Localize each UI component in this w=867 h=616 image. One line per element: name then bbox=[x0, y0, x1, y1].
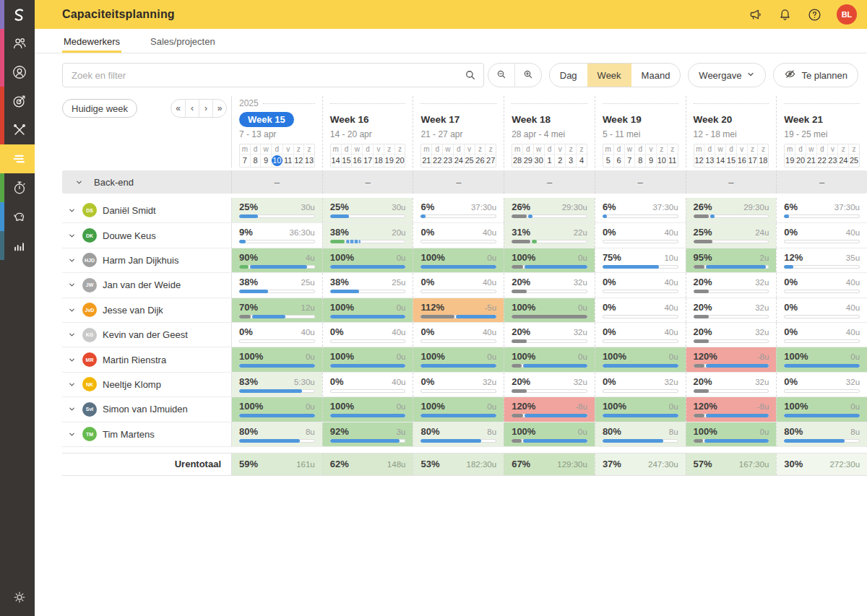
day-box[interactable]: z25 bbox=[848, 144, 859, 167]
capacity-cell[interactable]: 112%-5u bbox=[413, 298, 504, 322]
capacity-cell[interactable]: 92%3u bbox=[322, 422, 413, 446]
day-box[interactable]: z27 bbox=[485, 144, 496, 167]
day-box[interactable]: z4 bbox=[576, 144, 587, 167]
day-box[interactable]: w23 bbox=[442, 144, 453, 167]
sidebar-item-stopwatch[interactable] bbox=[0, 173, 35, 202]
day-box[interactable]: w14 bbox=[715, 144, 725, 167]
zoom-out-button[interactable] bbox=[488, 64, 514, 87]
search-input[interactable] bbox=[62, 63, 484, 87]
capacity-cell[interactable]: 100%0u bbox=[595, 397, 686, 421]
employee-row-header[interactable]: MRMartin Rienstra bbox=[62, 347, 231, 371]
capacity-cell[interactable]: 20%32u bbox=[686, 273, 777, 297]
capacity-cell[interactable]: 0%32u bbox=[413, 373, 504, 396]
week-label-text[interactable]: Week 17 bbox=[420, 114, 460, 125]
capacity-cell[interactable]: 25%24u bbox=[686, 223, 777, 247]
day-box[interactable]: v11 bbox=[282, 144, 293, 167]
capacity-cell[interactable]: 0%32u bbox=[776, 373, 867, 396]
sidebar-item-settings[interactable] bbox=[0, 583, 35, 612]
chevron-down-icon[interactable] bbox=[64, 256, 79, 264]
nav-next-icon[interactable]: › bbox=[199, 100, 212, 117]
week-label[interactable]: Week 19 bbox=[603, 110, 678, 128]
day-box[interactable]: z20 bbox=[394, 144, 405, 167]
capacity-cell[interactable]: 6%37:30u bbox=[776, 198, 867, 222]
chevron-down-icon[interactable] bbox=[64, 331, 79, 339]
sidebar-item-people[interactable] bbox=[0, 29, 35, 58]
capacity-cell[interactable]: 120%-8u bbox=[686, 347, 777, 371]
capacity-cell[interactable]: 12%35u bbox=[776, 248, 867, 272]
capacity-cell[interactable]: 0%40u bbox=[322, 373, 413, 396]
capacity-cell[interactable]: 6%37:30u bbox=[413, 198, 504, 222]
day-box[interactable]: m5 bbox=[603, 144, 613, 167]
day-box[interactable]: v18 bbox=[373, 144, 384, 167]
capacity-cell[interactable]: 100%0u bbox=[232, 347, 322, 371]
capacity-cell[interactable]: 31%22u bbox=[504, 223, 595, 247]
capacity-cell[interactable]: 25%30u bbox=[322, 198, 413, 222]
capacity-cell[interactable]: 120%-8u bbox=[686, 397, 777, 421]
chevron-down-icon[interactable] bbox=[64, 232, 79, 240]
help-icon[interactable] bbox=[807, 7, 822, 22]
capacity-cell[interactable]: 100%0u bbox=[686, 422, 777, 446]
chevron-down-icon[interactable] bbox=[64, 381, 79, 389]
capacity-cell[interactable]: 0%40u bbox=[776, 273, 867, 297]
capacity-cell[interactable]: 100%0u bbox=[322, 397, 413, 421]
capacity-cell[interactable]: 90%4u bbox=[232, 248, 322, 272]
day-box[interactable]: v25 bbox=[464, 144, 475, 167]
capacity-cell[interactable]: 20%32u bbox=[504, 273, 595, 297]
capacity-cell[interactable]: 80%8u bbox=[413, 422, 504, 446]
day-box[interactable]: m19 bbox=[785, 144, 795, 167]
capacity-cell[interactable]: 100%0u bbox=[322, 347, 413, 371]
day-box[interactable]: d20 bbox=[795, 144, 806, 167]
day-box[interactable]: d8 bbox=[250, 144, 261, 167]
employee-row-header[interactable]: TMTim Martens bbox=[62, 422, 231, 446]
week-label-text[interactable]: Week 20 bbox=[694, 114, 733, 125]
capacity-cell[interactable]: 38%25u bbox=[232, 273, 322, 297]
chevron-down-icon[interactable] bbox=[64, 306, 79, 314]
view-maand-button[interactable]: Maand bbox=[631, 64, 681, 87]
employee-row-header[interactable]: HJDHarm Jan Dijkhuis bbox=[62, 248, 231, 272]
tab-sales-projecten[interactable]: Sales/projecten bbox=[149, 29, 217, 53]
employee-row-header[interactable]: DSDaniël Smidt bbox=[62, 198, 231, 222]
day-box[interactable]: z17 bbox=[747, 144, 758, 167]
group-toggle[interactable]: Back-end bbox=[62, 170, 231, 194]
view-dag-button[interactable]: Dag bbox=[550, 64, 587, 87]
tab-medewerkers[interactable]: Medewerkers bbox=[62, 29, 121, 53]
day-box[interactable]: v9 bbox=[645, 144, 656, 167]
day-box[interactable]: m7 bbox=[240, 144, 250, 167]
employee-row-header[interactable]: DKDouwe Keus bbox=[62, 223, 231, 247]
sidebar-item-contact[interactable] bbox=[0, 58, 35, 87]
capacity-cell[interactable]: 100%0u bbox=[413, 347, 504, 371]
capacity-cell[interactable]: 6%37:30u bbox=[595, 198, 686, 222]
week-label-text[interactable]: Week 16 bbox=[330, 114, 369, 125]
day-box[interactable]: d1 bbox=[544, 144, 555, 167]
capacity-cell[interactable]: 0%40u bbox=[595, 323, 686, 347]
capacity-cell[interactable]: 80%8u bbox=[232, 422, 322, 446]
capacity-cell[interactable]: 9%36:30u bbox=[232, 223, 322, 247]
capacity-cell[interactable]: 38%20u bbox=[322, 223, 413, 247]
day-box[interactable]: w21 bbox=[806, 144, 816, 167]
capacity-cell[interactable]: 0%40u bbox=[413, 323, 504, 347]
week-label-text[interactable]: Week 19 bbox=[603, 114, 642, 125]
week-label[interactable]: Week 17 bbox=[420, 110, 496, 128]
week-label[interactable]: Week 20 bbox=[694, 110, 769, 128]
selected-week-pill[interactable]: Week 15 bbox=[239, 112, 294, 127]
day-box[interactable]: d8 bbox=[634, 144, 645, 167]
day-box[interactable]: d15 bbox=[341, 144, 352, 167]
week-label-text[interactable]: Week 18 bbox=[512, 114, 551, 125]
sidebar-item-piggybank[interactable] bbox=[0, 202, 35, 231]
employee-row-header[interactable]: KGKevin van der Geest bbox=[62, 323, 231, 347]
capacity-cell[interactable]: 100%0u bbox=[413, 397, 504, 421]
capacity-cell[interactable]: 0%40u bbox=[413, 223, 504, 247]
capacity-cell[interactable]: 120%-8u bbox=[504, 397, 595, 421]
sidebar-item-planning[interactable] bbox=[0, 144, 35, 173]
sidebar-item-target[interactable] bbox=[0, 87, 35, 116]
capacity-cell[interactable]: 100%0u bbox=[322, 298, 413, 322]
day-box[interactable]: m12 bbox=[694, 144, 704, 167]
day-box[interactable]: d13 bbox=[704, 144, 715, 167]
sidebar-item-tools[interactable] bbox=[0, 116, 35, 144]
day-box[interactable]: z3 bbox=[565, 144, 576, 167]
zoom-in-button[interactable] bbox=[514, 64, 541, 87]
capacity-cell[interactable]: 0%40u bbox=[776, 323, 867, 347]
chevron-down-icon[interactable] bbox=[64, 430, 79, 438]
capacity-cell[interactable]: 0%40u bbox=[595, 273, 686, 297]
weergave-dropdown[interactable]: Weergave bbox=[688, 63, 766, 87]
